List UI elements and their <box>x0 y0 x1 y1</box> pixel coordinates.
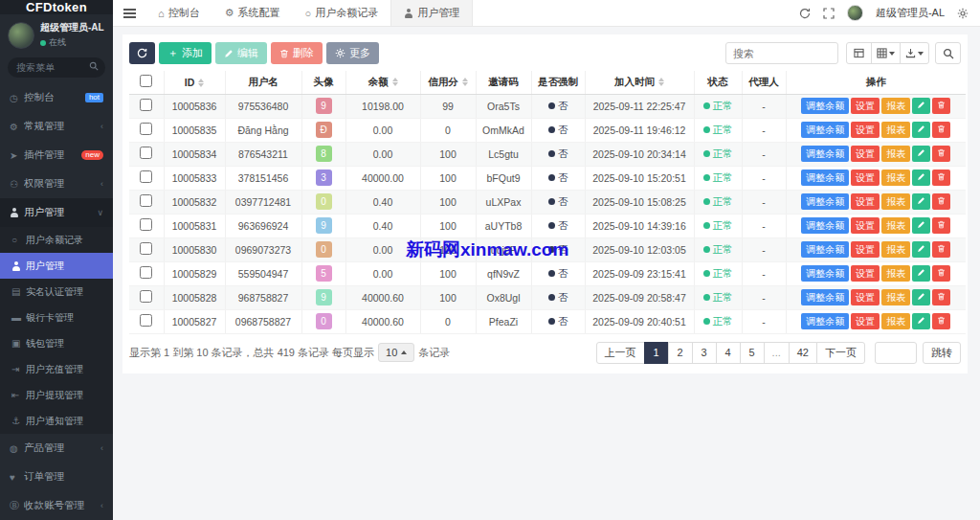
row-edit-button[interactable] <box>912 98 930 114</box>
sidebar-subitem[interactable]: ▤实名认证管理 <box>0 279 113 305</box>
sidebar-subitem[interactable]: ▬银行卡管理 <box>0 305 113 330</box>
report-button[interactable]: 报表 <box>881 193 910 210</box>
tab[interactable]: ⌂控制台 <box>145 0 212 26</box>
table-search-input[interactable] <box>725 42 838 64</box>
edit-button[interactable]: 编辑 <box>215 42 267 64</box>
add-button[interactable]: ＋添加 <box>159 42 212 64</box>
sidebar-item[interactable]: ◍产品管理‹ <box>0 434 113 463</box>
sidebar-item[interactable]: ⚙常规管理‹ <box>0 112 113 141</box>
row-delete-button[interactable] <box>932 122 950 138</box>
sidebar-subitem[interactable]: ⇤用户提现管理 <box>0 382 113 408</box>
adjust-balance-button[interactable]: 调整余额 <box>801 241 849 258</box>
sidebar-item[interactable]: ⚇权限管理‹ <box>0 170 113 198</box>
row-checkbox[interactable] <box>140 99 152 111</box>
row-settings-button[interactable]: 设置 <box>851 241 880 258</box>
report-button[interactable]: 报表 <box>881 289 910 305</box>
row-settings-button[interactable]: 设置 <box>851 289 880 305</box>
row-delete-button[interactable] <box>932 193 950 210</box>
row-delete-button[interactable] <box>932 217 950 234</box>
row-delete-button[interactable] <box>932 265 950 282</box>
more-button[interactable]: 更多 <box>326 42 379 64</box>
report-button[interactable]: 报表 <box>881 170 910 186</box>
row-checkbox[interactable] <box>140 218 152 231</box>
jump-page-input[interactable] <box>875 342 917 364</box>
sort-icon[interactable] <box>462 78 468 86</box>
report-button[interactable]: 报表 <box>881 217 910 234</box>
settings-gear-icon[interactable] <box>957 8 969 19</box>
sidebar-subitem[interactable]: ⇥用户充值管理 <box>0 356 113 382</box>
row-edit-button[interactable] <box>912 146 930 162</box>
adjust-balance-button[interactable]: 调整余额 <box>801 265 849 282</box>
adjust-balance-button[interactable]: 调整余额 <box>801 193 849 210</box>
tab[interactable]: ⚙系统配置 <box>212 0 293 26</box>
page-button[interactable]: 4 <box>716 342 741 364</box>
row-settings-button[interactable]: 设置 <box>851 170 880 186</box>
tab[interactable]: 用户管理 <box>390 0 473 26</box>
row-settings-button[interactable]: 设置 <box>851 193 880 210</box>
row-edit-button[interactable] <box>912 289 930 305</box>
sidebar-subitem[interactable]: 用户管理 <box>0 253 113 279</box>
row-checkbox[interactable] <box>140 266 152 279</box>
adjust-balance-button[interactable]: 调整余额 <box>801 170 849 186</box>
sidebar-item[interactable]: ➤插件管理new <box>0 141 113 170</box>
sidebar-item[interactable]: ◷控制台hot <box>0 83 113 112</box>
sidebar-item[interactable]: Ⓑ收款账号管理‹ <box>0 491 113 520</box>
column-header[interactable]: 加入时间 <box>585 71 694 94</box>
row-settings-button[interactable]: 设置 <box>851 122 880 138</box>
row-settings-button[interactable]: 设置 <box>851 146 880 162</box>
row-checkbox[interactable] <box>140 194 152 207</box>
adjust-balance-button[interactable]: 调整余额 <box>801 289 849 305</box>
row-settings-button[interactable]: 设置 <box>851 313 880 329</box>
delete-button[interactable]: 删除 <box>271 42 323 64</box>
sort-icon[interactable] <box>392 78 398 86</box>
page-button[interactable]: 3 <box>692 342 717 364</box>
report-button[interactable]: 报表 <box>881 265 910 282</box>
row-delete-button[interactable] <box>932 289 950 305</box>
row-edit-button[interactable] <box>912 241 930 258</box>
sidebar-item[interactable]: ♥订单管理 <box>0 463 113 491</box>
select-all-checkbox[interactable] <box>140 75 152 87</box>
page-button[interactable]: 5 <box>740 342 765 364</box>
sort-icon[interactable] <box>658 78 664 86</box>
row-checkbox[interactable] <box>140 290 152 303</box>
row-delete-button[interactable] <box>932 241 950 258</box>
page-size-select[interactable]: 10 <box>378 343 414 362</box>
sidebar-item[interactable]: 用户管理∨ <box>0 198 113 227</box>
sort-icon[interactable] <box>198 79 204 87</box>
row-edit-button[interactable] <box>912 265 930 282</box>
tab[interactable]: ○用户余额记录 <box>293 0 391 26</box>
search-submit-button[interactable] <box>935 42 961 64</box>
prev-page-button[interactable]: 上一页 <box>596 342 645 364</box>
column-header[interactable]: 信用分 <box>420 71 476 94</box>
adjust-balance-button[interactable]: 调整余额 <box>801 122 849 138</box>
row-checkbox[interactable] <box>140 314 152 327</box>
sidebar-subitem[interactable]: ○用户余额记录 <box>0 227 113 253</box>
user-avatar[interactable] <box>847 5 863 21</box>
adjust-balance-button[interactable]: 调整余额 <box>801 313 849 329</box>
row-checkbox[interactable] <box>140 123 152 135</box>
row-edit-button[interactable] <box>912 122 930 138</box>
sidebar-toggle-button[interactable] <box>113 0 145 26</box>
export-button[interactable] <box>900 42 929 64</box>
row-delete-button[interactable] <box>932 98 950 114</box>
page-button[interactable]: 1 <box>644 342 669 364</box>
row-edit-button[interactable] <box>912 217 930 234</box>
report-button[interactable]: 报表 <box>881 241 910 258</box>
column-header[interactable]: 余额 <box>345 71 420 94</box>
row-delete-button[interactable] <box>932 170 950 186</box>
row-delete-button[interactable] <box>932 313 950 329</box>
row-edit-button[interactable] <box>912 193 930 210</box>
row-checkbox[interactable] <box>140 242 152 255</box>
row-delete-button[interactable] <box>932 146 950 162</box>
column-header[interactable]: ID <box>164 71 225 94</box>
row-settings-button[interactable]: 设置 <box>851 98 880 114</box>
page-button[interactable]: 2 <box>668 342 693 364</box>
sidebar-subitem[interactable]: ▣钱包管理 <box>0 330 113 356</box>
report-button[interactable]: 报表 <box>881 98 910 114</box>
adjust-balance-button[interactable]: 调整余额 <box>801 146 849 162</box>
row-settings-button[interactable]: 设置 <box>851 217 880 234</box>
topbar-username[interactable]: 超级管理员-AL <box>876 6 945 20</box>
columns-button[interactable] <box>871 42 901 64</box>
jump-button[interactable]: 跳转 <box>923 342 961 364</box>
row-settings-button[interactable]: 设置 <box>851 265 880 282</box>
